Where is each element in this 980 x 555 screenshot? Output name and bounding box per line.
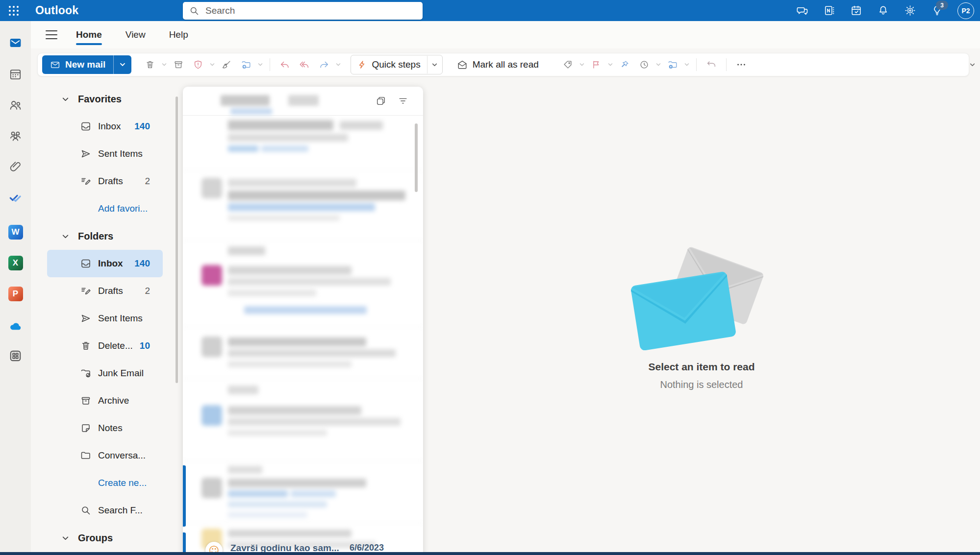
- forward-button[interactable]: [315, 55, 333, 74]
- tips-button[interactable]: 3: [930, 4, 944, 17]
- folder-deleted-items[interactable]: Delete... 10: [47, 332, 163, 360]
- message-list-scrollbar[interactable]: [415, 123, 418, 192]
- rail-files-button[interactable]: [7, 158, 24, 175]
- delete-button[interactable]: [141, 55, 159, 74]
- ribbon-tab-row: Home View Help: [31, 21, 980, 48]
- drafts-icon: [80, 175, 92, 187]
- tab-home[interactable]: Home: [76, 21, 102, 48]
- delete-dropdown[interactable]: [161, 55, 168, 74]
- rules-dropdown[interactable]: [683, 55, 690, 74]
- filter-button[interactable]: [397, 95, 409, 107]
- my-day-button[interactable]: [850, 4, 863, 17]
- forward-icon: [319, 59, 329, 70]
- notifications-button[interactable]: [877, 4, 890, 17]
- quick-steps-button[interactable]: Quick steps: [351, 55, 442, 74]
- folder-search-folders[interactable]: Search F...: [47, 497, 163, 524]
- folder-conversation-history[interactable]: Conversa...: [47, 442, 163, 469]
- skeleton-block: [244, 306, 367, 314]
- undo-button[interactable]: [703, 55, 720, 74]
- more-options-button[interactable]: [732, 55, 750, 74]
- rail-groups-button[interactable]: [7, 127, 24, 145]
- groups-header[interactable]: Groups: [31, 524, 182, 552]
- move-to-dropdown[interactable]: [257, 55, 264, 74]
- unread-count: 10: [140, 340, 150, 351]
- search-box[interactable]: [183, 2, 423, 20]
- reply-button[interactable]: [276, 55, 294, 74]
- skeleton-block: [228, 490, 288, 497]
- toolbar-divider: [726, 58, 727, 71]
- snooze-button[interactable]: [635, 55, 653, 74]
- rail-onedrive-button[interactable]: [7, 318, 24, 335]
- skeleton-block: [228, 179, 356, 187]
- empty-state-title: Select an item to read: [423, 361, 980, 373]
- report-icon: [193, 59, 203, 70]
- rail-people-button[interactable]: [7, 97, 24, 114]
- profile-avatar[interactable]: P2: [957, 2, 974, 19]
- tab-view[interactable]: View: [126, 21, 146, 48]
- folder-notes[interactable]: Notes: [47, 414, 163, 442]
- tab-help[interactable]: Help: [169, 21, 188, 48]
- collapse-ribbon-button[interactable]: [967, 59, 978, 70]
- folder-inbox[interactable]: Inbox 140: [47, 250, 163, 277]
- tag-button[interactable]: [559, 55, 577, 74]
- trash-icon: [80, 340, 92, 352]
- skeleton-block: [228, 215, 340, 221]
- rail-todo-button[interactable]: [7, 189, 24, 206]
- settings-button[interactable]: [904, 4, 917, 17]
- rules-button[interactable]: [664, 55, 681, 74]
- forward-dropdown[interactable]: [335, 55, 342, 74]
- folder-pane-scrollbar[interactable]: [176, 97, 178, 383]
- reply-all-button[interactable]: [296, 55, 313, 74]
- teams-chat-button[interactable]: [796, 4, 809, 17]
- onenote-feed-button[interactable]: [823, 4, 836, 17]
- pin-button[interactable]: [616, 55, 633, 74]
- rail-powerpoint-button[interactable]: P: [7, 285, 24, 302]
- tag-dropdown[interactable]: [578, 55, 585, 74]
- report-dropdown[interactable]: [209, 55, 216, 74]
- skeleton-block: [228, 512, 307, 518]
- folder-label: Sent Items: [98, 148, 143, 159]
- report-button[interactable]: [189, 55, 207, 74]
- flag-dropdown[interactable]: [607, 55, 614, 74]
- create-new-folder-link[interactable]: Create ne...: [47, 469, 163, 497]
- folder-drafts[interactable]: Drafts 2: [47, 277, 163, 305]
- rail-excel-button[interactable]: X: [7, 254, 24, 271]
- quick-steps-dropdown[interactable]: [427, 62, 442, 68]
- new-mail-dropdown[interactable]: [113, 55, 131, 74]
- folder-label: Archive: [98, 395, 129, 406]
- apps-launcher-icon[interactable]: [0, 0, 27, 21]
- favorite-sent-items[interactable]: Sent Items: [47, 140, 163, 168]
- toolbar-divider: [696, 58, 697, 71]
- search-input[interactable]: [204, 5, 416, 17]
- mark-all-read-button[interactable]: Mark all as read: [452, 55, 544, 74]
- select-messages-button[interactable]: [375, 95, 387, 107]
- unread-count: 140: [134, 258, 150, 269]
- folder-sent-items[interactable]: Sent Items: [47, 305, 163, 332]
- folder-archive[interactable]: Archive: [47, 387, 163, 414]
- rail-mail-button[interactable]: [7, 34, 24, 51]
- sweep-button[interactable]: [218, 55, 235, 74]
- move-to-button[interactable]: [237, 55, 255, 74]
- rail-more-apps-button[interactable]: [7, 347, 24, 364]
- my-day-icon: [850, 4, 862, 17]
- flag-button[interactable]: [587, 55, 605, 74]
- favorites-header[interactable]: Favorites: [31, 85, 182, 113]
- new-mail-button[interactable]: New mail: [42, 55, 131, 74]
- folder-junk-email[interactable]: Junk Email: [47, 360, 163, 387]
- skeleton-block: [228, 530, 352, 537]
- folder-label: Search F...: [98, 505, 143, 516]
- add-favorite-link[interactable]: Add favori...: [47, 195, 163, 222]
- folders-header[interactable]: Folders: [31, 222, 182, 250]
- blurred-message-list[interactable]: [183, 115, 423, 555]
- teams-chat-icon: [796, 4, 808, 17]
- flag-icon: [591, 59, 602, 70]
- skeleton-block: [228, 361, 352, 367]
- favorite-drafts[interactable]: Drafts 2: [47, 168, 163, 195]
- snooze-dropdown[interactable]: [655, 55, 662, 74]
- rail-calendar-button[interactable]: [7, 66, 24, 83]
- rail-word-button[interactable]: W: [7, 223, 24, 241]
- archive-button[interactable]: [170, 55, 187, 74]
- skeleton-block: [228, 191, 405, 200]
- folder-pane-toggle[interactable]: [46, 30, 57, 40]
- favorite-inbox[interactable]: Inbox 140: [47, 113, 163, 140]
